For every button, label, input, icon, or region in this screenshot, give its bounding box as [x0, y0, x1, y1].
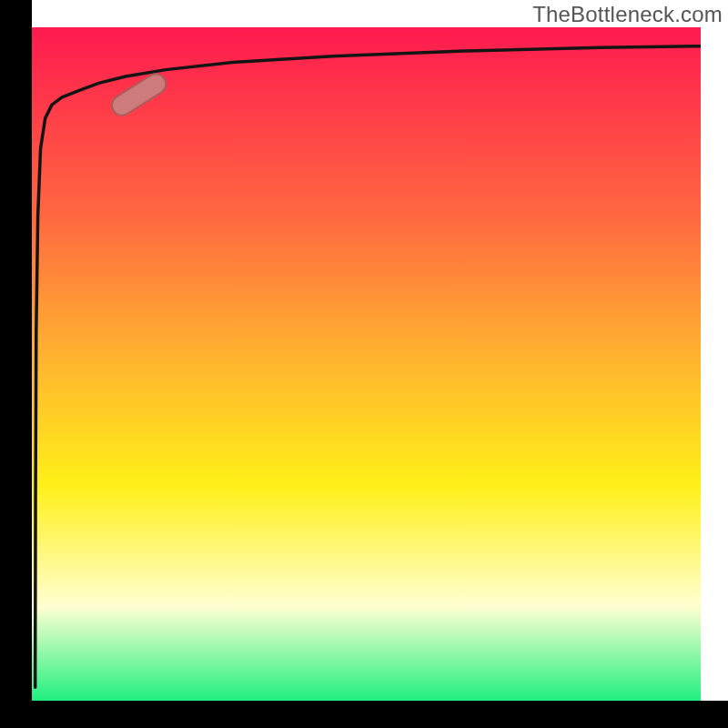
attribution-text: TheBottleneck.com — [532, 2, 723, 27]
plot-background — [32, 27, 701, 701]
chart-svg — [0, 0, 728, 728]
axis-left — [0, 0, 32, 728]
chart-root: TheBottleneck.com — [0, 0, 728, 728]
axis-bottom — [0, 701, 728, 728]
